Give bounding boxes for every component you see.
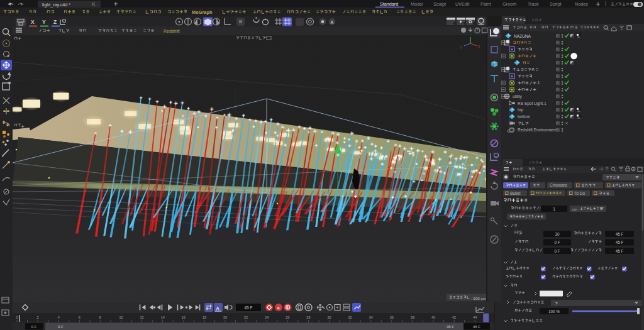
svg-text:Z: Z [53,19,57,25]
svg-text:8: 8 [99,316,101,319]
svg-text:40: 40 [431,316,435,319]
svg-text:38: 38 [411,316,414,319]
svg-text:MoGraph: MoGraph [192,9,213,15]
svg-text:Cineware: Cineware [550,183,567,187]
svg-text:light_ray.c4d *: light_ray.c4d * [42,2,70,8]
svg-text:45 F: 45 F [447,325,454,329]
svg-text:45 F: 45 F [616,240,624,245]
svg-text:Bullet: Bullet [510,191,521,195]
svg-text:X: X [478,45,480,48]
svg-text:bottom: bottom [518,114,530,119]
svg-text:A: A [277,306,280,310]
svg-text:Z: Z [460,46,462,49]
svg-text:Paint: Paint [480,1,491,7]
svg-text:42: 42 [452,316,456,319]
svg-text:4: 4 [58,316,60,319]
svg-text:0 F: 0 F [554,240,560,245]
svg-text:45 F: 45 F [616,249,624,253]
svg-text:45 F: 45 F [473,325,480,329]
svg-text:X: X [31,19,35,25]
svg-text:45 F: 45 F [244,305,252,310]
svg-text:Sculpt: Sculpt [433,1,446,7]
svg-text:Standard: Standard [380,1,398,7]
svg-text:Model: Model [411,1,423,7]
svg-text:36: 36 [390,316,394,319]
svg-text:Groom: Groom [502,1,516,7]
svg-text:0 F: 0 F [58,325,64,329]
svg-text:A: A [216,306,219,311]
svg-text:Track: Track [528,1,539,7]
svg-text:Redshift Environment: Redshift Environment [518,128,557,132]
svg-text:30: 30 [327,316,331,319]
svg-text:24: 24 [265,316,269,319]
svg-text:1: 1 [553,207,555,211]
svg-text:Redshift: Redshift [164,29,180,33]
svg-text:FPS: FPS [514,230,522,234]
svg-text:To Do: To Do [574,191,586,195]
svg-text:.1: .1 [536,80,540,85]
svg-text:100 %: 100 % [548,309,560,314]
svg-text:+: + [495,154,497,158]
svg-text:12: 12 [140,316,144,319]
svg-text:26: 26 [286,316,289,319]
svg-text:16: 16 [182,316,186,319]
svg-text:14: 14 [161,316,165,319]
svg-text:0 F: 0 F [554,249,560,253]
svg-text:18: 18 [203,316,206,319]
svg-text:32: 32 [348,316,352,319]
svg-text:22: 22 [244,316,248,319]
svg-text:cm: cm [572,207,577,211]
svg-text:44: 44 [473,316,477,319]
svg-text:20: 20 [223,316,227,319]
svg-text:NAZUNA: NAZUNA [514,34,531,38]
svg-text:: 500 cm: : 500 cm [471,296,486,300]
svg-text:Nodes: Nodes [575,1,588,7]
svg-text:Y: Y [42,19,46,25]
svg-text:utility: utility [513,94,523,99]
svg-text:0: 0 [16,316,18,319]
svg-text:45 F: 45 F [616,232,624,236]
svg-text:Script: Script [550,1,561,7]
svg-text:30: 30 [555,232,560,236]
svg-text:0 F: 0 F [31,325,37,329]
svg-text:top: top [518,107,523,113]
svg-text:28: 28 [306,316,310,319]
svg-text:A: A [331,20,334,25]
svg-text:UVEdit: UVEdit [455,1,469,7]
svg-text:10: 10 [119,316,123,319]
svg-text:2: 2 [37,316,39,319]
svg-text:6: 6 [79,316,80,319]
svg-text:RS Spot Light.1: RS Spot Light.1 [518,101,547,106]
svg-text:34: 34 [369,316,373,319]
